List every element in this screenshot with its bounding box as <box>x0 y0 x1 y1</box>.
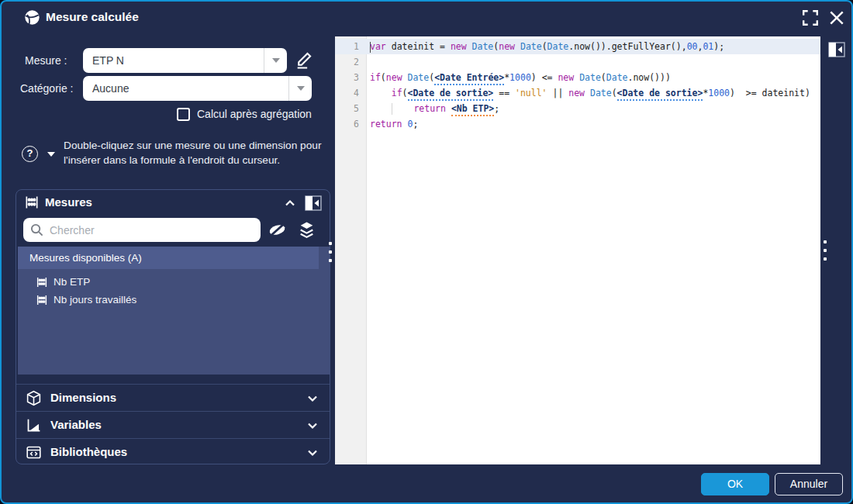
cube-icon <box>26 390 42 406</box>
ok-button[interactable]: OK <box>701 473 769 495</box>
line-number: 6 <box>335 116 366 132</box>
aggregation-checkbox-label: Calcul après agrégation <box>197 108 312 120</box>
section-header-mesures[interactable]: Mesures <box>16 190 330 216</box>
abacus-icon <box>36 294 48 306</box>
help-text: Double-cliquez sur une mesure ou une dim… <box>64 139 326 167</box>
code-text: var dateinit = new Date(new Date(Date.no… <box>366 39 724 54</box>
section-header-dimensions[interactable]: Dimensions <box>16 384 330 411</box>
collapse-editor-panel-icon[interactable] <box>828 42 845 57</box>
chevron-down-icon <box>272 58 280 63</box>
list-item-label: Nb jours travaillés <box>54 294 136 306</box>
section-header-bibliotheques[interactable]: Bibliothèques <box>16 438 330 465</box>
measure-label: Mesure : <box>25 54 67 67</box>
search-box <box>23 218 261 242</box>
code-line[interactable]: 4 if(<Date de sortie> == 'null' || new D… <box>335 85 820 101</box>
list-item[interactable]: Nb jours travaillés <box>18 291 330 309</box>
search-input[interactable] <box>23 218 261 242</box>
code-text <box>366 54 370 70</box>
chevron-down-icon[interactable] <box>306 447 319 459</box>
dialog-title: Mesure calculée <box>46 10 139 24</box>
section-title-variables: Variables <box>50 418 102 431</box>
help-icon[interactable]: ? <box>22 146 38 162</box>
measure-dropdown-value: ETP N <box>83 48 264 73</box>
app-logo-icon <box>24 9 40 26</box>
code-line[interactable]: 6return 0; <box>335 116 820 132</box>
search-icon <box>30 223 43 236</box>
aggregation-checkbox[interactable] <box>177 108 190 121</box>
layers-icon[interactable] <box>296 220 317 240</box>
code-line[interactable]: 2 <box>335 54 820 70</box>
category-dropdown-value: Aucune <box>83 76 288 101</box>
line-number: 1 <box>335 39 366 54</box>
code-line[interactable]: 3if(new Date(<Date Entrée>*1000) <= new … <box>335 70 820 85</box>
category-dropdown[interactable]: Aucune <box>83 76 312 101</box>
titlebar: Mesure calculée <box>2 2 851 36</box>
abacus-icon <box>36 276 48 288</box>
chevron-down-icon[interactable] <box>306 419 319 432</box>
line-number: 3 <box>335 70 366 85</box>
code-line[interactable]: 1var dateinit = new Date(new Date(Date.n… <box>335 39 820 54</box>
code-text: return <Nb ETP>; <box>366 101 499 116</box>
chevron-down-icon[interactable] <box>306 392 319 405</box>
category-dropdown-arrow[interactable] <box>288 76 312 101</box>
measure-dropdown[interactable]: ETP N <box>83 48 287 73</box>
line-number: 4 <box>335 85 366 101</box>
category-label: Catégorie : <box>20 82 73 95</box>
help-caret-icon[interactable] <box>47 152 55 157</box>
collapse-panel-icon[interactable] <box>305 195 322 211</box>
section-title-mesures: Mesures <box>45 195 92 209</box>
code-lines: 1var dateinit = new Date(new Date(Date.n… <box>335 36 820 132</box>
catalog-panel: Mesures Mesures disponibles ( <box>16 189 330 464</box>
maximize-icon[interactable] <box>802 9 819 26</box>
section-title-bibliotheques: Bibliothèques <box>50 445 127 458</box>
cancel-button[interactable]: Annuler <box>775 473 843 495</box>
code-text: if(<Date de sortie> == 'null' || new Dat… <box>366 85 810 101</box>
edit-measure-icon[interactable] <box>295 50 314 69</box>
section-header-variables[interactable]: Variables <box>16 411 330 438</box>
calculated-measure-dialog: Mesure calculée Mesure : ETP N Catégorie… <box>0 0 853 504</box>
abacus-icon <box>24 195 40 210</box>
list-item-label: Nb ETP <box>54 276 90 288</box>
formula-editor[interactable]: 1var dateinit = new Date(new Date(Date.n… <box>335 36 820 464</box>
section-title-dimensions: Dimensions <box>50 391 116 404</box>
chart-icon <box>26 417 42 433</box>
close-icon[interactable] <box>828 9 845 26</box>
measures-list: Mesures disponibles (A) Nb ETP Nb jours … <box>18 247 330 375</box>
hide-items-icon[interactable] <box>267 220 288 240</box>
measures-group-header[interactable]: Mesures disponibles (A) <box>18 247 319 269</box>
chevron-up-icon[interactable] <box>284 197 296 209</box>
code-text: return 0; <box>366 116 418 132</box>
left-panel-resize-grip[interactable] <box>329 242 333 262</box>
right-panel-resize-grip[interactable] <box>824 240 827 261</box>
chevron-down-icon <box>297 86 305 91</box>
list-item[interactable]: Nb ETP <box>18 273 330 291</box>
line-number: 2 <box>335 54 366 70</box>
code-window-icon <box>26 444 42 461</box>
line-number: 5 <box>335 101 366 116</box>
code-line[interactable]: 5 return <Nb ETP>; <box>335 101 820 116</box>
measure-dropdown-arrow[interactable] <box>264 48 287 73</box>
code-text: if(new Date(<Date Entrée>*1000) <= new D… <box>366 70 671 85</box>
